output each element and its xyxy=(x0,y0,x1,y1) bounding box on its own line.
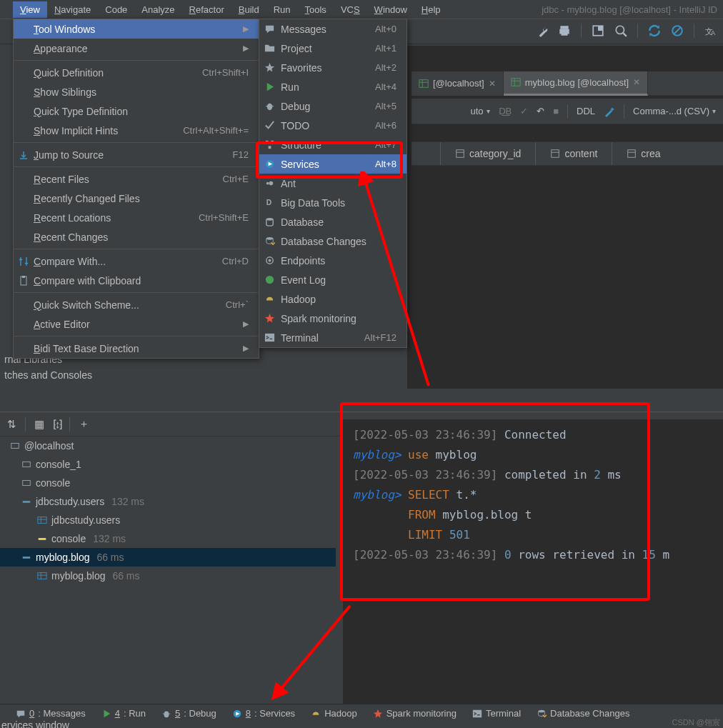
menu-item-compare-with-[interactable]: Compare With...Ctrl+D xyxy=(14,251,259,271)
tool-window-database[interactable]: Database xyxy=(259,212,407,231)
column-header[interactable]: content xyxy=(535,142,612,165)
service-node[interactable]: myblog.blog 66 ms xyxy=(0,548,336,567)
service-node[interactable]: jdbcstudy.users 132 ms xyxy=(0,492,336,511)
play-icon xyxy=(101,709,111,719)
menu-item-tool-windows[interactable]: Tool Windows▶ xyxy=(14,19,259,39)
menu-window[interactable]: Window xyxy=(367,1,414,18)
menu-item-recent-changes[interactable]: Recent Changes xyxy=(14,227,259,246)
close-icon[interactable]: ✕ xyxy=(633,77,640,87)
wand-icon[interactable] xyxy=(604,106,615,117)
tool-window-event-log[interactable]: Event Log xyxy=(259,270,407,289)
service-node[interactable]: console 132 ms xyxy=(0,529,336,548)
menu-item-quick-switch-scheme-[interactable]: Quick Switch Scheme...Ctrl+` xyxy=(14,295,259,314)
update-icon[interactable] xyxy=(648,24,661,37)
status--messages[interactable]: 0: Messages xyxy=(16,708,86,719)
window-icon[interactable] xyxy=(592,24,604,37)
menu-help[interactable]: Help xyxy=(414,1,448,18)
service-node[interactable]: jdbcstudy.users xyxy=(0,511,336,529)
editor-tab[interactable]: myblog.blog [@localhost]✕ xyxy=(504,71,648,96)
menu-item-show-implicit-hints[interactable]: Show Implicit HintsCtrl+Alt+Shift+= xyxy=(14,121,259,140)
menu-view[interactable]: View xyxy=(13,1,47,18)
column-icon xyxy=(550,149,560,159)
menu-item-show-siblings[interactable]: Show Siblings xyxy=(14,82,259,101)
tool-window-project[interactable]: ProjectAlt+1 xyxy=(259,39,407,58)
menu-item-quick-type-definition[interactable]: Quick Type Definition xyxy=(14,101,259,121)
tool-window-big-data-tools[interactable]: DBig Data Tools xyxy=(259,193,407,212)
tool-window-hadoop[interactable]: Hadoop xyxy=(259,289,407,309)
db-icon[interactable]: D͟B xyxy=(499,106,512,116)
menu-analyze[interactable]: Analyze xyxy=(134,1,181,18)
close-icon[interactable]: ✕ xyxy=(489,79,496,89)
menu-separator xyxy=(14,336,259,336)
service-node[interactable]: myblog.blog 66 ms xyxy=(0,567,336,585)
terminal-icon xyxy=(472,709,482,719)
node-icon xyxy=(21,497,31,507)
svg-rect-17 xyxy=(457,150,464,158)
status--debug[interactable]: 5: Debug xyxy=(161,708,216,719)
menu-item-quick-definition[interactable]: Quick DefinitionCtrl+Shift+I xyxy=(14,63,259,82)
tool-window-ant[interactable]: Ant xyxy=(259,174,407,193)
menu-tools[interactable]: Tools xyxy=(298,1,334,18)
separator xyxy=(69,417,70,432)
tool-window-debug[interactable]: DebugAlt+5 xyxy=(259,96,407,116)
node-scratches[interactable]: tches and Consoles xyxy=(0,367,164,383)
expand-icon[interactable]: ⁅↕⁆ xyxy=(53,418,61,431)
tool-window-terminal[interactable]: TerminalAlt+F12 xyxy=(259,328,407,347)
console-output[interactable]: [2022-05-03 23:46:39] Connected myblog> … xyxy=(343,419,723,708)
menu-item-jump-to-source[interactable]: Jump to SourceF12 xyxy=(14,145,259,164)
wrench-icon[interactable] xyxy=(535,24,548,37)
column-header[interactable]: category_id xyxy=(440,142,535,165)
tool-window-database-changes[interactable]: Database Changes xyxy=(259,231,407,251)
status--run[interactable]: 4: Run xyxy=(101,708,146,719)
translate-icon[interactable]: 文A xyxy=(704,24,717,37)
tool-window-spark-monitoring[interactable]: Spark monitoring xyxy=(259,309,407,328)
block-icon[interactable] xyxy=(671,24,684,37)
menu-item-recent-files[interactable]: Recent FilesCtrl+E xyxy=(14,169,259,189)
menu-item-bidi-text-base-direction[interactable]: Bidi Text Base Direction▶ xyxy=(14,339,259,358)
menu-refactor[interactable]: Refactor xyxy=(182,1,231,18)
menu-build[interactable]: Build xyxy=(231,1,266,18)
tool-window-endpoints[interactable]: Endpoints xyxy=(259,251,407,270)
tool-window-messages[interactable]: MessagesAlt+0 xyxy=(259,19,407,39)
tx-auto-dropdown[interactable]: uto▾ xyxy=(470,106,489,116)
format-dropdown[interactable]: Comma-...d (CSV)▾ xyxy=(633,106,716,116)
editor-tab[interactable]: [@localhost]✕ xyxy=(412,71,504,96)
menu-item-compare-with-clipboard[interactable]: Compare with Clipboard xyxy=(14,271,259,290)
service-node[interactable]: console xyxy=(0,474,336,492)
layout-icon[interactable]: ▦ xyxy=(34,418,44,431)
rollback-icon[interactable]: ↶ xyxy=(537,106,544,116)
menu-item-appearance[interactable]: Appearance▶ xyxy=(14,39,259,58)
menu-code[interactable]: Code xyxy=(98,1,134,18)
toolbar-separator xyxy=(581,24,582,38)
status-terminal[interactable]: Terminal xyxy=(472,708,521,719)
tool-window-services[interactable]: ServicesAlt+8 xyxy=(259,154,407,174)
menu-item-recent-locations[interactable]: Recent LocationsCtrl+Shift+E xyxy=(14,208,259,227)
svg-rect-41 xyxy=(11,444,19,449)
tool-window-run[interactable]: RunAlt+4 xyxy=(259,77,407,96)
menu-item-recently-changed-files[interactable]: Recently Changed Files xyxy=(14,189,259,208)
table-header: category_idcontentcrea xyxy=(412,141,723,166)
status-database-changes[interactable]: Database Changes xyxy=(537,708,629,719)
service-node[interactable]: @localhost xyxy=(0,437,336,455)
add-icon[interactable]: ＋ xyxy=(79,417,89,431)
status--services[interactable]: 8: Services xyxy=(232,708,295,719)
service-node[interactable]: console_1 xyxy=(0,455,336,474)
menu-run[interactable]: Run xyxy=(266,1,298,18)
tool-window-favorites[interactable]: FavoritesAlt+2 xyxy=(259,58,407,77)
status-hadoop[interactable]: Hadoop xyxy=(311,708,357,719)
node-icon xyxy=(37,534,47,544)
menu-vcs[interactable]: VCS xyxy=(334,1,367,18)
svg-rect-0 xyxy=(560,26,568,29)
menu-navigate[interactable]: Navigate xyxy=(47,1,98,18)
status-bar: 0: Messages4: Run5: Debug8: ServicesHado… xyxy=(0,704,723,722)
filter-icon[interactable]: ⇅ xyxy=(7,418,16,431)
column-header[interactable]: crea xyxy=(612,142,674,165)
ddl-button[interactable]: DDL xyxy=(577,106,595,116)
status-spark-monitoring[interactable]: Spark monitoring xyxy=(373,708,457,719)
node-icon xyxy=(21,459,31,469)
tool-window-structure[interactable]: StructureAlt+7 xyxy=(259,135,407,154)
search-icon[interactable] xyxy=(614,24,627,37)
print-icon[interactable] xyxy=(558,24,571,37)
tool-window-todo[interactable]: TODOAlt+6 xyxy=(259,116,407,135)
menu-item-active-editor[interactable]: Active Editor▶ xyxy=(14,314,259,334)
